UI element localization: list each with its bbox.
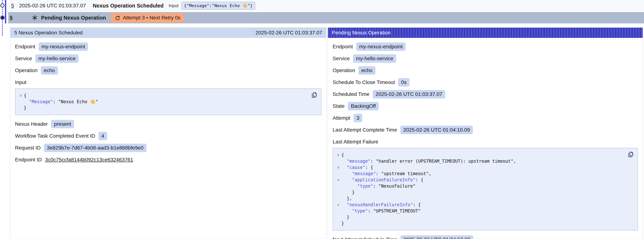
field-request-id: Request ID3e829b7e-7d67-4b08-aad3-b1e868… xyxy=(15,144,322,152)
field-label: Service xyxy=(15,56,32,62)
code-line: ∨ "applicationFailureInfo": { xyxy=(335,177,626,183)
field-value-badge: 2025-02-26 UTC 01:03:37.07 xyxy=(373,90,445,98)
field-label: Attempt xyxy=(332,115,350,121)
code-gutter: ∨ xyxy=(335,152,342,158)
payload-json-viewer: ∨{ "Message": "Nexus Echo 👋"} xyxy=(15,88,322,115)
chevron-down-icon[interactable]: ∨ xyxy=(337,152,340,158)
scheduled-event-panel: 5 Nexus Operation Scheduled 2025-02-26 U… xyxy=(10,28,326,239)
field-operation: Operationecho xyxy=(332,66,638,75)
field-value-badge: echo xyxy=(358,66,376,75)
code-gutter: ∨ xyxy=(335,164,342,170)
field-endpoint: Endpointmy-nexus-endpoint xyxy=(15,42,322,51)
field-service: Servicemy-hello-service xyxy=(332,54,638,63)
field-operation: Operationecho xyxy=(15,66,322,75)
chevron-down-icon[interactable]: ∨ xyxy=(337,164,340,170)
field-value-badge: BackingOff xyxy=(348,102,378,110)
code-line-text: } xyxy=(24,105,26,111)
code-line: } xyxy=(335,214,626,220)
event-id-link[interactable]: 5 xyxy=(10,15,13,21)
field-label: Request ID xyxy=(15,145,41,151)
field-value-badge: 0s xyxy=(398,78,410,86)
event-title: Pending Nexus Operation xyxy=(41,15,106,21)
code-gutter xyxy=(335,208,342,214)
field-value-badge: 2025-02-26 UTC 01:04:10.09 xyxy=(400,126,473,134)
event-title: Nexus Operation Scheduled xyxy=(93,3,164,9)
history-row-scheduled[interactable]: 5 2025-02-26 UTC 01:03:37.07 Nexus Opera… xyxy=(8,0,644,11)
code-gutter xyxy=(335,214,342,220)
code-gutter xyxy=(18,99,24,105)
field-label: Last Attempt Complete Time xyxy=(332,127,397,133)
code-line: "type": "UPSTREAM_TIMEOUT" xyxy=(335,208,626,214)
code-gutter xyxy=(335,170,342,177)
code-line: "type": "NexusFailure" xyxy=(335,183,626,189)
code-gutter xyxy=(335,158,342,164)
code-line-text: }, xyxy=(342,196,352,202)
field-last-attempt-complete-time: Last Attempt Complete Time2025-02-26 UTC… xyxy=(332,126,638,134)
field-state: StateBackingOff xyxy=(332,102,638,110)
field-label: State xyxy=(332,103,344,109)
code-line-text: "type": "NexusFailure" xyxy=(342,183,416,189)
code-line-text: } xyxy=(342,214,349,220)
code-line: "Message": "Nexus Echo 👋" xyxy=(18,99,310,105)
code-gutter xyxy=(335,220,342,226)
code-line: } xyxy=(18,105,310,111)
event-id-link[interactable]: 5 xyxy=(11,3,14,8)
field-label: Operation xyxy=(15,68,38,74)
code-gutter: ∨ xyxy=(335,177,342,183)
field-label: Schedule To Close Timeout xyxy=(332,80,395,85)
field-label: Operation xyxy=(332,68,355,74)
field-label: Input xyxy=(15,80,26,85)
field-label: Endpoint xyxy=(332,44,353,50)
payload-json-viewer: ∨{ "message": "handler error (UPSTREAM_T… xyxy=(332,148,638,230)
field-label: Last Attempt Failure xyxy=(332,139,378,145)
code-line: ∨{ xyxy=(18,92,310,99)
field-label: Next Attempt Schedule Time xyxy=(332,236,397,239)
field-label: Workflow Task Completed Event ID xyxy=(15,133,95,139)
code-line: } xyxy=(335,189,626,196)
panel-title: Pending Nexus Operation xyxy=(332,30,391,36)
field-value-badge: my-nexus-endpoint xyxy=(356,42,406,51)
field-attempt: Attempt3 xyxy=(332,114,638,122)
chevron-down-icon[interactable]: ∨ xyxy=(20,92,22,99)
retry-icon xyxy=(114,15,120,21)
pending-operation-panel: Pending Nexus Operation Endpointmy-nexus… xyxy=(328,28,643,239)
code-line: ∨{ xyxy=(335,152,626,158)
code-line-text: "message": "handler error (UPSTREAM_TIME… xyxy=(342,158,516,164)
chevron-down-icon[interactable]: ∨ xyxy=(337,202,340,208)
panel-timestamp: 2025-02-26 UTC 01:03:37.07 xyxy=(256,30,322,36)
code-gutter xyxy=(335,196,342,202)
history-row-pending[interactable]: 5 Pending Nexus Operation Attempt 3 • Ne… xyxy=(8,12,644,24)
field-value-link[interactable]: 3c0c75ccfa8144b092c13ce632463761 xyxy=(45,157,133,163)
filled-dot-icon xyxy=(1,16,4,19)
active-event-indicator-bar xyxy=(5,0,6,24)
field-schedule-to-close-timeout: Schedule To Close Timeout0s xyxy=(332,78,638,86)
code-line-text: "message": "upstream timeout", xyxy=(342,170,431,177)
event-input-chip: {"Message":"Nexus Echo 👋"} xyxy=(182,2,255,10)
event-input-label: Input xyxy=(169,3,178,8)
field-value-badge: 2025-02-26 UTC 01:04:13.93 xyxy=(400,235,473,239)
copy-button[interactable] xyxy=(627,151,635,158)
code-line-text: { xyxy=(24,92,26,99)
field-value-badge: 4 xyxy=(98,132,107,140)
code-line: "message": "upstream timeout", xyxy=(335,170,626,177)
field-endpoint: Endpointmy-nexus-endpoint xyxy=(332,42,638,51)
code-line-text: { xyxy=(342,152,344,158)
code-line: } xyxy=(335,220,626,226)
field-value-badge: my-hello-service xyxy=(353,54,396,63)
event-detail-panels: 5 Nexus Operation Scheduled 2025-02-26 U… xyxy=(10,28,643,239)
code-line-text: "nexusHandlerFailureInfo": { xyxy=(342,202,421,208)
code-line-text: "Message": "Nexus Echo 👋" xyxy=(24,99,98,105)
copy-button[interactable] xyxy=(310,91,318,99)
code-gutter: ∨ xyxy=(18,92,24,99)
field-value-badge: 3e829b7e-7d67-4b08-aad3-b1e868bfe9e0 xyxy=(44,144,146,152)
code-gutter: ∨ xyxy=(335,202,342,208)
field-label: Endpoint xyxy=(15,44,35,50)
scheduled-panel-body: Endpointmy-nexus-endpointServicemy-hello… xyxy=(10,38,326,171)
field-label: Scheduled Time xyxy=(332,91,370,97)
code-gutter xyxy=(18,105,24,111)
field-workflow-task-completed-event-id: Workflow Task Completed Event ID4 xyxy=(15,132,322,140)
code-line: ∨ "cause": { xyxy=(335,164,626,170)
field-value-badge: 3 xyxy=(354,114,362,122)
field-last-attempt-failure: Last Attempt Failure xyxy=(332,138,638,146)
chevron-down-icon[interactable]: ∨ xyxy=(337,177,340,183)
